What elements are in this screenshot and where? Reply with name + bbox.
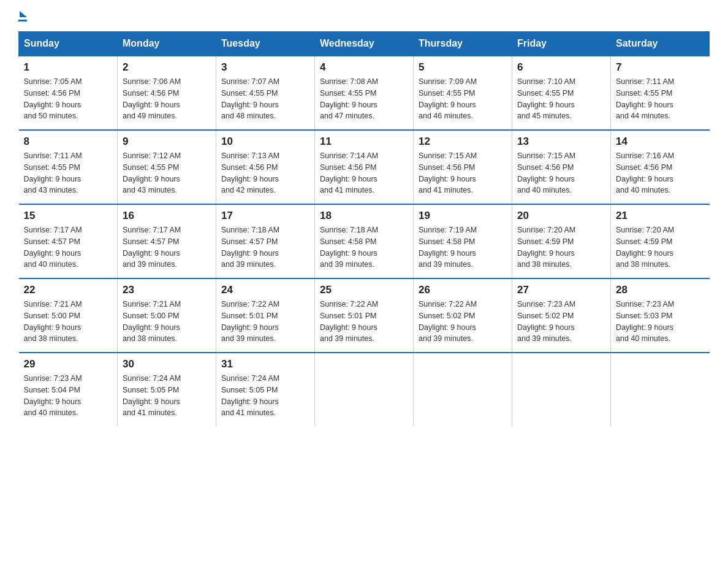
day-cell-17: 17 Sunrise: 7:18 AM Sunset: 4:57 PM Dayl… — [216, 204, 315, 278]
weekday-thursday: Thursday — [414, 32, 512, 56]
week-row-4: 22 Sunrise: 7:21 AM Sunset: 5:00 PM Dayl… — [19, 278, 710, 353]
day-cell-26: 26 Sunrise: 7:22 AM Sunset: 5:02 PM Dayl… — [414, 278, 512, 353]
day-info: Sunrise: 7:22 AM Sunset: 5:01 PM Dayligh… — [320, 299, 408, 345]
day-info: Sunrise: 7:23 AM Sunset: 5:04 PM Dayligh… — [24, 373, 113, 419]
day-info: Sunrise: 7:18 AM Sunset: 4:58 PM Dayligh… — [320, 224, 408, 270]
day-info: Sunrise: 7:08 AM Sunset: 4:55 PM Dayligh… — [320, 76, 408, 122]
day-number: 18 — [320, 210, 408, 222]
day-cell-29: 29 Sunrise: 7:23 AM Sunset: 5:04 PM Dayl… — [19, 353, 118, 426]
day-cell-11: 11 Sunrise: 7:14 AM Sunset: 4:56 PM Dayl… — [315, 130, 414, 204]
day-info: Sunrise: 7:05 AM Sunset: 4:56 PM Dayligh… — [24, 76, 113, 122]
day-number: 6 — [517, 61, 605, 74]
day-number: 14 — [616, 136, 705, 148]
logo-line — [18, 20, 27, 21]
weekday-sunday: Sunday — [19, 32, 118, 56]
day-cell-22: 22 Sunrise: 7:21 AM Sunset: 5:00 PM Dayl… — [19, 278, 118, 353]
day-number: 22 — [24, 284, 113, 296]
day-cell-10: 10 Sunrise: 7:13 AM Sunset: 4:56 PM Dayl… — [216, 130, 315, 204]
day-number: 29 — [24, 358, 113, 370]
day-number: 7 — [616, 61, 705, 74]
calendar-body: 1 Sunrise: 7:05 AM Sunset: 4:56 PM Dayli… — [19, 56, 710, 426]
day-cell-12: 12 Sunrise: 7:15 AM Sunset: 4:56 PM Dayl… — [414, 130, 512, 204]
day-cell-9: 9 Sunrise: 7:12 AM Sunset: 4:55 PM Dayli… — [118, 130, 216, 204]
logo — [18, 12, 27, 21]
day-info: Sunrise: 7:12 AM Sunset: 4:55 PM Dayligh… — [123, 150, 211, 196]
page-header — [18, 12, 710, 21]
logo-text — [18, 12, 27, 18]
day-number: 28 — [616, 284, 705, 296]
day-number: 21 — [616, 210, 705, 222]
logo-triangle-icon — [20, 11, 27, 17]
empty-cell — [611, 353, 710, 426]
day-cell-28: 28 Sunrise: 7:23 AM Sunset: 5:03 PM Dayl… — [611, 278, 710, 353]
day-info: Sunrise: 7:20 AM Sunset: 4:59 PM Dayligh… — [517, 224, 605, 270]
day-info: Sunrise: 7:21 AM Sunset: 5:00 PM Dayligh… — [24, 299, 113, 345]
week-row-1: 1 Sunrise: 7:05 AM Sunset: 4:56 PM Dayli… — [19, 56, 710, 130]
day-info: Sunrise: 7:23 AM Sunset: 5:02 PM Dayligh… — [517, 299, 605, 345]
weekday-saturday: Saturday — [611, 32, 710, 56]
day-cell-6: 6 Sunrise: 7:10 AM Sunset: 4:55 PM Dayli… — [512, 56, 611, 130]
weekday-tuesday: Tuesday — [216, 32, 315, 56]
day-cell-27: 27 Sunrise: 7:23 AM Sunset: 5:02 PM Dayl… — [512, 278, 611, 353]
day-info: Sunrise: 7:09 AM Sunset: 4:55 PM Dayligh… — [419, 76, 507, 122]
day-number: 9 — [123, 136, 211, 148]
day-number: 26 — [419, 284, 507, 296]
calendar-table: SundayMondayTuesdayWednesdayThursdayFrid… — [18, 31, 710, 426]
day-info: Sunrise: 7:24 AM Sunset: 5:05 PM Dayligh… — [221, 373, 309, 419]
day-number: 19 — [419, 210, 507, 222]
day-cell-18: 18 Sunrise: 7:18 AM Sunset: 4:58 PM Dayl… — [315, 204, 414, 278]
day-info: Sunrise: 7:18 AM Sunset: 4:57 PM Dayligh… — [221, 224, 309, 270]
day-cell-16: 16 Sunrise: 7:17 AM Sunset: 4:57 PM Dayl… — [118, 204, 216, 278]
day-info: Sunrise: 7:17 AM Sunset: 4:57 PM Dayligh… — [123, 224, 211, 270]
day-info: Sunrise: 7:17 AM Sunset: 4:57 PM Dayligh… — [24, 224, 113, 270]
day-cell-13: 13 Sunrise: 7:15 AM Sunset: 4:56 PM Dayl… — [512, 130, 611, 204]
day-number: 5 — [419, 61, 507, 74]
day-cell-20: 20 Sunrise: 7:20 AM Sunset: 4:59 PM Dayl… — [512, 204, 611, 278]
week-row-5: 29 Sunrise: 7:23 AM Sunset: 5:04 PM Dayl… — [19, 353, 710, 426]
day-number: 13 — [517, 136, 605, 148]
empty-cell — [315, 353, 414, 426]
day-info: Sunrise: 7:11 AM Sunset: 4:55 PM Dayligh… — [24, 150, 113, 196]
week-row-3: 15 Sunrise: 7:17 AM Sunset: 4:57 PM Dayl… — [19, 204, 710, 278]
empty-cell — [414, 353, 512, 426]
week-row-2: 8 Sunrise: 7:11 AM Sunset: 4:55 PM Dayli… — [19, 130, 710, 204]
day-number: 10 — [221, 136, 309, 148]
day-cell-7: 7 Sunrise: 7:11 AM Sunset: 4:55 PM Dayli… — [611, 56, 710, 130]
day-cell-14: 14 Sunrise: 7:16 AM Sunset: 4:56 PM Dayl… — [611, 130, 710, 204]
day-info: Sunrise: 7:21 AM Sunset: 5:00 PM Dayligh… — [123, 299, 211, 345]
day-number: 1 — [24, 61, 113, 74]
day-number: 15 — [24, 210, 113, 222]
day-cell-23: 23 Sunrise: 7:21 AM Sunset: 5:00 PM Dayl… — [118, 278, 216, 353]
day-number: 3 — [221, 61, 309, 74]
weekday-friday: Friday — [512, 32, 611, 56]
day-info: Sunrise: 7:15 AM Sunset: 4:56 PM Dayligh… — [517, 150, 605, 196]
day-cell-30: 30 Sunrise: 7:24 AM Sunset: 5:05 PM Dayl… — [118, 353, 216, 426]
weekday-monday: Monday — [118, 32, 216, 56]
day-info: Sunrise: 7:11 AM Sunset: 4:55 PM Dayligh… — [616, 76, 705, 122]
empty-cell — [512, 353, 611, 426]
day-number: 31 — [221, 358, 309, 370]
day-info: Sunrise: 7:10 AM Sunset: 4:55 PM Dayligh… — [517, 76, 605, 122]
day-cell-31: 31 Sunrise: 7:24 AM Sunset: 5:05 PM Dayl… — [216, 353, 315, 426]
day-number: 25 — [320, 284, 408, 296]
day-cell-8: 8 Sunrise: 7:11 AM Sunset: 4:55 PM Dayli… — [19, 130, 118, 204]
day-info: Sunrise: 7:19 AM Sunset: 4:58 PM Dayligh… — [419, 224, 507, 270]
day-info: Sunrise: 7:22 AM Sunset: 5:02 PM Dayligh… — [419, 299, 507, 345]
day-info: Sunrise: 7:23 AM Sunset: 5:03 PM Dayligh… — [616, 299, 705, 345]
day-cell-2: 2 Sunrise: 7:06 AM Sunset: 4:56 PM Dayli… — [118, 56, 216, 130]
day-info: Sunrise: 7:22 AM Sunset: 5:01 PM Dayligh… — [221, 299, 309, 345]
weekday-header-row: SundayMondayTuesdayWednesdayThursdayFrid… — [19, 32, 710, 56]
day-number: 4 — [320, 61, 408, 74]
day-number: 20 — [517, 210, 605, 222]
day-cell-3: 3 Sunrise: 7:07 AM Sunset: 4:55 PM Dayli… — [216, 56, 315, 130]
day-cell-5: 5 Sunrise: 7:09 AM Sunset: 4:55 PM Dayli… — [414, 56, 512, 130]
day-cell-21: 21 Sunrise: 7:20 AM Sunset: 4:59 PM Dayl… — [611, 204, 710, 278]
weekday-wednesday: Wednesday — [315, 32, 414, 56]
day-info: Sunrise: 7:07 AM Sunset: 4:55 PM Dayligh… — [221, 76, 309, 122]
day-number: 27 — [517, 284, 605, 296]
day-cell-25: 25 Sunrise: 7:22 AM Sunset: 5:01 PM Dayl… — [315, 278, 414, 353]
day-cell-1: 1 Sunrise: 7:05 AM Sunset: 4:56 PM Dayli… — [19, 56, 118, 130]
day-number: 23 — [123, 284, 211, 296]
day-number: 16 — [123, 210, 211, 222]
day-cell-19: 19 Sunrise: 7:19 AM Sunset: 4:58 PM Dayl… — [414, 204, 512, 278]
